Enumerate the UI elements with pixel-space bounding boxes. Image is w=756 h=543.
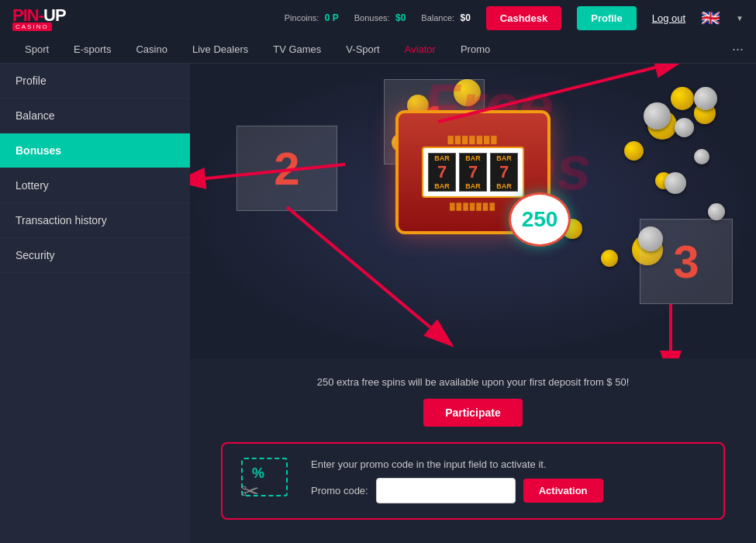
- coin: [671, 87, 694, 110]
- promo-code-box: % ✂ Enter your promo code in the input f…: [221, 442, 725, 520]
- promo-code-input-row: Promo code: Activation: [311, 478, 705, 503]
- coin: [647, 110, 677, 140]
- coin: [601, 250, 618, 267]
- nav-sport[interactable]: Sport: [12, 36, 61, 64]
- coin-silver: [665, 172, 686, 194]
- coin-silver: [694, 87, 717, 110]
- content-area: Free Spins 1 2 3 ▓▓▓▓▓▓▓ BAR: [190, 64, 756, 543]
- reel-1: BAR 7 BAR: [428, 153, 456, 192]
- bonuses-stat: Bonuses: $0: [354, 12, 406, 23]
- nav-tv-games[interactable]: TV Games: [261, 36, 333, 64]
- reel-2: BAR 7 BAR: [459, 153, 487, 192]
- bottom-content: 250 extra free spins will be available u…: [190, 376, 756, 535]
- language-flag[interactable]: 🇬🇧: [701, 9, 720, 27]
- jackpot-amount: 250: [509, 192, 571, 247]
- pincoins-stat: Pincoins: 0 P: [285, 12, 339, 23]
- scissors-icon-container: % ✂: [241, 458, 295, 504]
- nav-esports[interactable]: E-sports: [61, 36, 123, 64]
- main-layout: Profile Balance Bonuses Lottery Transact…: [0, 64, 756, 543]
- step-2-box: 2: [236, 126, 337, 211]
- profile-button[interactable]: Profile: [577, 6, 636, 30]
- nav-live-dealers[interactable]: Live Dealers: [180, 36, 261, 64]
- coin-silver: [708, 203, 725, 220]
- sidebar-item-bonuses[interactable]: Bonuses: [0, 133, 190, 168]
- nav-aviator[interactable]: Aviator: [392, 36, 448, 64]
- slot-image: ▓▓▓▓▓▓▓ BAR 7 BAR BAR 7 BAR: [395, 110, 551, 234]
- sidebar: Profile Balance Bonuses Lottery Transact…: [0, 64, 190, 543]
- promo-background: Free Spins 1 2 3 ▓▓▓▓▓▓▓ BAR: [190, 64, 756, 358]
- coin-silver: [694, 149, 709, 164]
- coin: [655, 172, 672, 189]
- logo: PIN-UP CASINO: [12, 5, 66, 31]
- nav-vsport[interactable]: V-Sport: [333, 36, 392, 64]
- sidebar-item-lottery[interactable]: Lottery: [0, 168, 190, 203]
- nav-promo[interactable]: Promo: [448, 36, 502, 64]
- nav-casino[interactable]: Casino: [123, 36, 179, 64]
- coin: [624, 141, 644, 161]
- nav-more[interactable]: ···: [732, 41, 744, 57]
- activation-button[interactable]: Activation: [523, 479, 603, 503]
- slot-machine: ▓▓▓▓▓▓▓ BAR 7 BAR BAR 7 BAR: [395, 110, 551, 234]
- slot-reels: BAR 7 BAR BAR 7 BAR BAR 7 BAR: [422, 147, 524, 198]
- sidebar-item-balance[interactable]: Balance: [0, 99, 190, 133]
- sidebar-item-security[interactable]: Security: [0, 238, 190, 273]
- cashdesk-button[interactable]: Cashdesk: [486, 6, 561, 30]
- scissors-body-icon: ✂: [241, 479, 259, 504]
- coin-silver: [675, 118, 694, 137]
- promo-code-input[interactable]: [376, 478, 516, 503]
- main-nav: Sport E-sports Casino Live Dealers TV Ga…: [0, 36, 756, 64]
- promo-description: 250 extra free spins will be available u…: [221, 376, 725, 388]
- reel-3: BAR 7 BAR: [490, 153, 518, 192]
- header-stats: Pincoins: 0 P Bonuses: $0 Balance: $0 Ca…: [285, 6, 744, 30]
- logout-button[interactable]: Log out: [652, 12, 685, 24]
- sidebar-item-transaction-history[interactable]: Transaction history: [0, 203, 190, 238]
- header: PIN-UP CASINO Pincoins: 0 P Bonuses: $0 …: [0, 0, 756, 36]
- balance-stat: Balance: $0: [421, 12, 471, 23]
- coin: [694, 102, 716, 124]
- promo-code-label: Promo code:: [311, 485, 368, 496]
- logo-casino-label: CASINO: [12, 22, 52, 31]
- sidebar-item-profile[interactable]: Profile: [0, 64, 190, 99]
- coin-silver: [644, 102, 671, 130]
- step-3-box: 3: [640, 219, 733, 304]
- language-chevron[interactable]: ▼: [736, 14, 744, 22]
- promo-code-text-area: Enter your promo code in the input field…: [311, 458, 705, 503]
- participate-button[interactable]: Participate: [423, 399, 523, 427]
- promo-code-description: Enter your promo code in the input field…: [311, 458, 705, 470]
